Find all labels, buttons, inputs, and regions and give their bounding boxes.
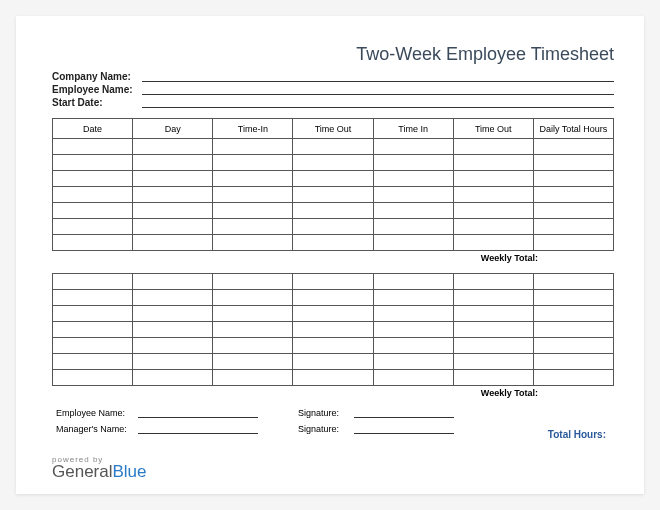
employee-signature-field[interactable] (354, 408, 454, 418)
table-row[interactable] (53, 338, 614, 354)
start-date-label: Start Date: (52, 97, 142, 108)
table-row[interactable] (53, 171, 614, 187)
table-row[interactable] (53, 274, 614, 290)
signature-section: Employee Name: Signature: Manager's Name… (52, 408, 614, 434)
col-day: Day (133, 119, 213, 139)
start-date-row: Start Date: (52, 97, 614, 108)
brand-blue-text: Blue (112, 462, 146, 481)
signature-label-1: Signature: (298, 408, 354, 418)
total-hours-label: Total Hours: (548, 429, 606, 440)
week2-total-label: Weekly Total: (52, 388, 614, 398)
table-row[interactable] (53, 219, 614, 235)
col-timeout1: Time Out (293, 119, 373, 139)
col-timein1: Time-In (213, 119, 293, 139)
table-row[interactable] (53, 306, 614, 322)
table-row[interactable] (53, 187, 614, 203)
table-row[interactable] (53, 235, 614, 251)
col-date: Date (53, 119, 133, 139)
week1-table: Date Day Time-In Time Out Time In Time O… (52, 118, 614, 251)
timesheet-document: Two-Week Employee Timesheet Company Name… (16, 16, 644, 494)
col-timein2: Time In (373, 119, 453, 139)
start-date-field[interactable] (142, 98, 614, 108)
employee-name-row: Employee Name: (52, 84, 614, 95)
week2-table (52, 273, 614, 386)
manager-signature-field[interactable] (354, 424, 454, 434)
week1-total-label: Weekly Total: (52, 253, 614, 263)
page-title: Two-Week Employee Timesheet (52, 44, 614, 65)
company-name-field[interactable] (142, 72, 614, 82)
employee-sig-name-field[interactable] (138, 408, 258, 418)
manager-sig-label: Manager's Name: (52, 424, 138, 434)
table-row[interactable] (53, 290, 614, 306)
table-row[interactable] (53, 203, 614, 219)
table-row[interactable] (53, 155, 614, 171)
col-timeout2: Time Out (453, 119, 533, 139)
branding: powered by GeneralBlue (52, 455, 147, 482)
manager-sig-name-field[interactable] (138, 424, 258, 434)
brand-logo: GeneralBlue (52, 462, 147, 482)
table-row[interactable] (53, 370, 614, 386)
company-name-row: Company Name: (52, 71, 614, 82)
company-name-label: Company Name: (52, 71, 142, 82)
signature-label-2: Signature: (298, 424, 354, 434)
manager-signature-row: Manager's Name: Signature: (52, 424, 614, 434)
employee-name-label: Employee Name: (52, 84, 142, 95)
table-row[interactable] (53, 354, 614, 370)
employee-signature-row: Employee Name: Signature: (52, 408, 614, 418)
col-dailytotal: Daily Total Hours (533, 119, 613, 139)
table-row[interactable] (53, 139, 614, 155)
table-row[interactable] (53, 322, 614, 338)
employee-sig-label: Employee Name: (52, 408, 138, 418)
meta-section: Company Name: Employee Name: Start Date: (52, 71, 614, 108)
brand-general-text: General (52, 462, 112, 481)
employee-name-field[interactable] (142, 85, 614, 95)
